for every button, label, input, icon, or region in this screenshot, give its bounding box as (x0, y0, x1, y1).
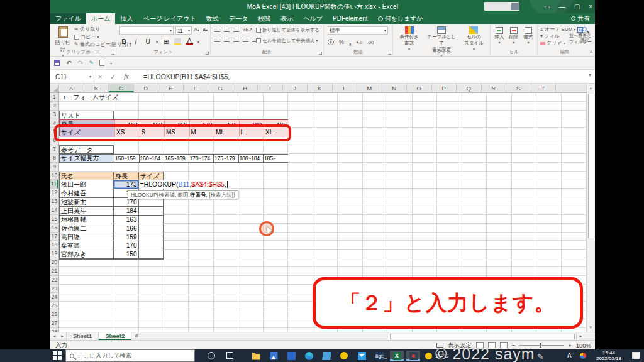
tab-view[interactable]: 表示 (275, 13, 298, 24)
column-header[interactable]: O (407, 84, 432, 92)
borders-button[interactable]: ⊞ (162, 38, 170, 45)
collapse-ribbon-icon[interactable]: ∧ (589, 49, 592, 54)
save-icon[interactable] (54, 60, 60, 66)
decrease-decimal-button[interactable]: .00 (367, 40, 374, 45)
person-size-cell[interactable] (139, 241, 164, 250)
maximize-button[interactable]: ▢ (574, 0, 580, 13)
person-height-cell[interactable]: 159 (114, 233, 139, 242)
row-header[interactable]: 16 (50, 224, 58, 233)
select-all-corner[interactable] (50, 84, 59, 92)
row-header[interactable]: 12 (50, 189, 58, 197)
redo-icon[interactable]: ↷ (77, 59, 83, 67)
column-header[interactable]: C (109, 84, 134, 92)
fill-color-icon[interactable] (174, 38, 181, 45)
delete-cells-button[interactable]: 削除 ▾ (508, 27, 520, 50)
bold-button[interactable]: B (120, 38, 128, 45)
cell-a8[interactable]: サイズ幅見方 (60, 155, 114, 163)
wrap-text-button[interactable]: 折り返して全体を表示する (256, 27, 319, 33)
minimize-button[interactable]: — (559, 0, 565, 13)
decrease-indent-icon[interactable] (243, 38, 248, 43)
row-header[interactable]: 25 (50, 302, 58, 310)
notification-center-icon[interactable] (632, 352, 640, 359)
tell-me-box[interactable]: 何をしますか (373, 13, 428, 24)
row-header[interactable]: 24 (50, 293, 58, 302)
header-size[interactable]: サイズ (139, 172, 164, 181)
insert-function-icon[interactable]: fx (124, 73, 129, 80)
size-range-cell[interactable]: 170~174 (189, 155, 214, 163)
row-header[interactable]: 15 (50, 215, 58, 224)
person-height-cell[interactable]: 163 (114, 216, 139, 224)
taskbar-excel[interactable]: X (390, 351, 404, 361)
row-header[interactable]: 18 (50, 241, 58, 250)
person-height-cell[interactable]: 170 (114, 241, 139, 250)
row-header[interactable]: 11 (50, 180, 58, 189)
italic-button[interactable]: I (132, 38, 140, 45)
taskbar-recorder[interactable] (406, 351, 420, 361)
cancel-icon[interactable]: × (98, 73, 102, 80)
scroll-up-icon[interactable]: ▴ (587, 84, 596, 92)
column-header[interactable]: J (283, 84, 308, 92)
size-range-cell[interactable]: 160~164 (139, 155, 164, 163)
size-range-cell[interactable]: 185~ (263, 155, 288, 163)
align-left-icon[interactable] (214, 38, 220, 43)
tray-app-icon[interactable] (580, 353, 586, 359)
person-name-cell[interactable]: 今村健吾 (60, 189, 114, 198)
underline-button[interactable]: U (144, 38, 152, 45)
column-header[interactable]: A (59, 84, 84, 92)
row-header[interactable]: 14 (50, 206, 58, 215)
tab-review[interactable]: 校閲 (253, 13, 275, 24)
row-header[interactable]: 27 (50, 319, 58, 328)
person-height-cell[interactable]: 184 (114, 207, 139, 216)
person-name-cell[interactable]: 垣根良輔 (60, 216, 114, 224)
font-name-select[interactable]: ▾ (119, 26, 174, 35)
tab-formulas[interactable]: 数式 (201, 13, 224, 24)
scroll-right-icon[interactable]: ▸ (576, 332, 585, 340)
row-header[interactable]: 13 (50, 197, 58, 206)
column-header[interactable]: D (134, 84, 159, 92)
active-cell-formula[interactable]: =HLOOKUP(B11,$A$4:$H$5, (139, 180, 228, 189)
dialog-launcher-icon[interactable] (111, 52, 114, 55)
find-select-button[interactable]: 検索と 選択 (578, 27, 591, 44)
person-size-cell[interactable] (139, 224, 164, 233)
person-name-cell[interactable]: 上田英斗 (60, 207, 114, 216)
column-header[interactable]: M (357, 84, 382, 92)
align-top-icon[interactable] (214, 28, 220, 33)
dialog-launcher-icon[interactable] (206, 52, 209, 55)
row-header[interactable]: 3 (50, 111, 58, 119)
accounting-format-icon[interactable]: ¥ (328, 39, 334, 45)
column-header[interactable]: T (531, 84, 557, 92)
tab-home[interactable]: ホーム (86, 13, 115, 24)
taskbar-search[interactable]: ここに入力して検索 (65, 349, 195, 362)
vertical-scrollbar[interactable]: ▴ ▾ (586, 84, 596, 332)
size-range-table[interactable]: サイズ幅見方 150~159160~164165~169170~174175~1… (59, 154, 288, 163)
align-center-icon[interactable] (224, 38, 230, 43)
person-size-cell[interactable] (139, 216, 164, 224)
new-file-icon[interactable] (99, 60, 104, 66)
merge-center-button[interactable]: セルを結合して中央揃え ▾ (256, 38, 318, 44)
dialog-launcher-icon[interactable] (319, 52, 322, 55)
font-size-select[interactable]: 11 ▾ (175, 26, 192, 35)
cell-styles-button[interactable]: セルの スタイル ▾ (460, 26, 487, 50)
align-right-icon[interactable] (233, 38, 239, 43)
sheet-tab-sheet2[interactable]: Sheet2 (99, 332, 131, 340)
tab-pdfelement[interactable]: PDFelement (328, 13, 373, 24)
font-color-button[interactable]: A (186, 38, 193, 45)
column-header[interactable]: H (233, 84, 258, 92)
person-name-cell[interactable]: 宮部みき (60, 250, 114, 259)
taskbar-store[interactable] (284, 351, 298, 361)
format-cells-button[interactable]: 書式 ▾ (522, 27, 535, 50)
size-range-cell[interactable]: 175~179 (213, 155, 238, 163)
person-name-cell[interactable]: 高田隆 (60, 233, 114, 242)
number-format-select[interactable]: 標準 ▾ (328, 26, 388, 35)
tab-data[interactable]: データ (224, 13, 253, 24)
new-sheet-icon[interactable]: ⊕ (131, 332, 142, 340)
column-header[interactable]: Q (457, 84, 482, 92)
header-name[interactable]: 氏名 (60, 172, 114, 181)
clear-button[interactable]: クリア ▾ (540, 40, 565, 47)
person-height-cell[interactable]: 150 (114, 250, 139, 259)
taskbar-edge[interactable] (302, 351, 316, 361)
row-header[interactable]: 20 (50, 258, 58, 267)
formula-bar-expand-icon[interactable]: ▾ (589, 72, 591, 78)
weather-sun-icon[interactable] (425, 353, 432, 359)
person-size-cell[interactable] (139, 198, 164, 207)
